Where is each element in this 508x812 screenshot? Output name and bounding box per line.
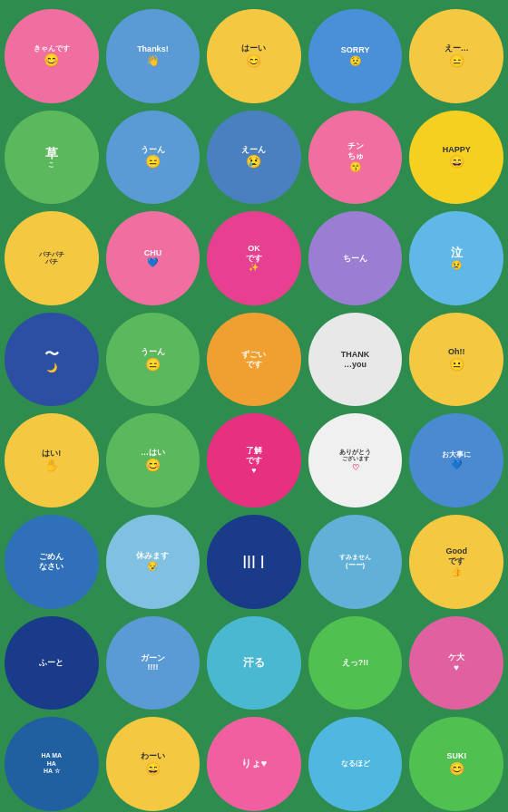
sticker-20[interactable]: Oh!! 😐: [409, 313, 503, 407]
sticker-32[interactable]: ガーン !!!!: [106, 616, 200, 710]
sticker-grid: きゃんです 😊 Thanks! 👋 はーい 😊 SORRY 😟 えー… 😑 草 …: [5, 9, 503, 811]
sticker-2[interactable]: Thanks! 👋: [106, 9, 200, 103]
sticker-26[interactable]: ごめん なさい: [5, 515, 99, 609]
sticker-3[interactable]: はーい 😊: [207, 9, 301, 103]
sticker-18[interactable]: ずごい です: [207, 313, 301, 407]
sticker-39[interactable]: なるほど: [308, 717, 403, 811]
sticker-23[interactable]: 了解 です ♥: [207, 413, 301, 508]
sticker-17[interactable]: うーん 😑: [106, 313, 200, 407]
sticker-28[interactable]: ||| |: [207, 515, 301, 609]
sticker-9[interactable]: チン ちゅ 😙: [308, 111, 403, 205]
sticker-40[interactable]: SUKI 😊: [409, 717, 503, 811]
sticker-1[interactable]: きゃんです 😊: [5, 9, 99, 103]
sticker-29[interactable]: すみません (ーー): [308, 515, 403, 609]
sticker-25[interactable]: お大事に 💙: [409, 413, 503, 508]
sticker-15[interactable]: 泣 😢: [409, 211, 503, 305]
sticker-24[interactable]: ありがとう ございます ♡: [308, 413, 403, 508]
sticker-31[interactable]: ふーと: [5, 616, 99, 710]
sticker-30[interactable]: Good です 👍: [409, 515, 503, 609]
sticker-8[interactable]: えーん 😢: [207, 111, 301, 205]
sticker-6[interactable]: 草 こ: [5, 111, 99, 205]
sticker-19[interactable]: THANK …you: [308, 313, 403, 407]
sticker-10[interactable]: HAPPY 😄: [409, 111, 503, 205]
sticker-37[interactable]: わーい 😄: [106, 717, 200, 811]
sticker-12[interactable]: CHU 💙: [106, 211, 200, 305]
sticker-27[interactable]: 休みます 😪: [106, 515, 200, 609]
sticker-22[interactable]: …はい 😊: [106, 413, 200, 508]
sticker-35[interactable]: ケ大 ♥: [409, 616, 503, 710]
sticker-14[interactable]: ちーん: [308, 211, 403, 305]
sticker-7[interactable]: うーん 😑: [106, 111, 200, 205]
sticker-4[interactable]: SORRY 😟: [308, 9, 403, 103]
sticker-21[interactable]: はい! ✋: [5, 413, 99, 508]
sticker-36[interactable]: HA MA HA HA ☆: [5, 717, 99, 811]
sticker-11[interactable]: パチパチ パチ: [5, 211, 99, 305]
sticker-13[interactable]: OK です ✨: [207, 211, 301, 305]
sticker-16[interactable]: 〜 🌙: [5, 313, 99, 407]
sticker-5[interactable]: えー… 😑: [409, 9, 503, 103]
sticker-38[interactable]: りょ♥: [207, 717, 301, 811]
sticker-34[interactable]: えっ?!!: [308, 616, 403, 710]
sticker-33[interactable]: 汗る: [207, 616, 301, 710]
